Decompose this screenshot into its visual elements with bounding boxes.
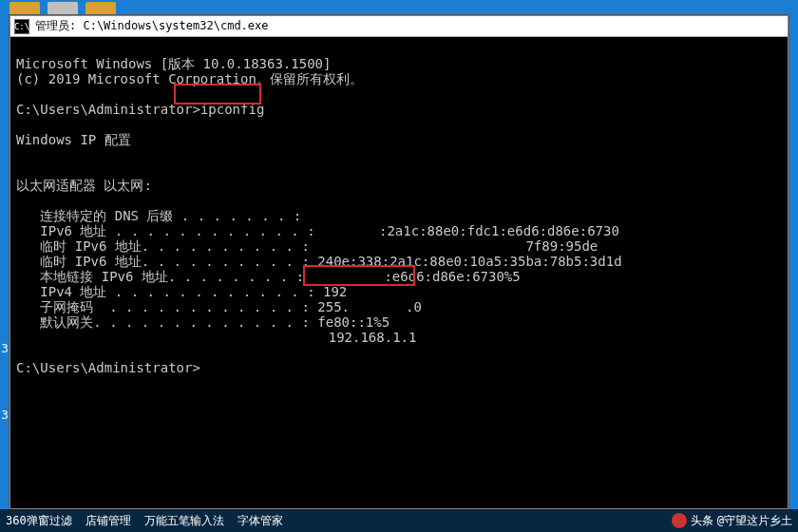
line: 以太网适配器 以太网: (16, 178, 152, 193)
wm-item[interactable]: 万能五笔输入法 (144, 513, 224, 529)
source-label: 头条 (691, 513, 713, 529)
desktop-taskbar-fragment (0, 0, 798, 15)
line: (c) 2019 Microsoft Corporation。保留所有权利。 (16, 71, 363, 86)
line: 子网掩码 . . . . . . . . . . . . : 255. .0 (16, 299, 422, 314)
wm-item[interactable]: 字体管家 (238, 513, 283, 529)
taskbar-item[interactable] (86, 2, 116, 15)
terminal-output[interactable]: Microsoft Windows [版本 10.0.18363.1500] (… (10, 37, 788, 508)
cmd-icon: C:\ (14, 19, 29, 34)
taskbar-item[interactable] (48, 2, 78, 15)
watermark-bar: 360弹窗过滤 店铺管理 万能五笔输入法 字体管家 头条 @守望这片乡土 (0, 509, 798, 532)
line: 默认网关. . . . . . . . . . . . . : fe80::1%… (16, 314, 390, 330)
wm-item[interactable]: 360弹窗过滤 (6, 513, 72, 529)
window-titlebar[interactable]: C:\ 管理员: C:\Windows\system32\cmd.exe (10, 16, 788, 37)
line: Microsoft Windows [版本 10.0.18363.1500] (16, 56, 331, 71)
command: ipconfig (200, 102, 264, 117)
prompt: C:\Users\Administrator> (16, 360, 200, 375)
line: 192.168.1.1 (16, 330, 416, 345)
line: Windows IP 配置 (16, 132, 131, 147)
author-handle: @守望这片乡土 (717, 513, 792, 529)
cmd-window: C:\ 管理员: C:\Windows\system32\cmd.exe Mic… (10, 15, 788, 509)
window-title: 管理员: C:\Windows\system32\cmd.exe (35, 18, 269, 34)
line: IPv6 地址 . . . . . . . . . . . . : :2a1c:… (16, 223, 619, 238)
watermark-author: 头条 @守望这片乡土 (672, 513, 792, 529)
left-marker: 3 (0, 342, 10, 355)
line: 连接特定的 DNS 后缀 . . . . . . . : (16, 208, 301, 223)
avatar-icon (672, 513, 687, 528)
taskbar-item[interactable] (10, 2, 40, 15)
line: 本地链接 IPv6 地址. . . . . . . . : :e6d6:d86e… (16, 269, 521, 284)
watermark-links: 360弹窗过滤 店铺管理 万能五笔输入法 字体管家 (6, 513, 283, 529)
prompt: C:\Users\Administrator> (16, 102, 200, 117)
line: 临时 IPv6 地址. . . . . . . . . . : 7f89:95d… (16, 238, 598, 254)
wm-item[interactable]: 店铺管理 (86, 513, 131, 529)
line: IPv4 地址 . . . . . . . . . . . . : 192 (16, 284, 347, 299)
left-marker: 3 (0, 408, 10, 422)
line: 临时 IPv6 地址. . . . . . . . . . : 240e:338… (16, 254, 622, 269)
